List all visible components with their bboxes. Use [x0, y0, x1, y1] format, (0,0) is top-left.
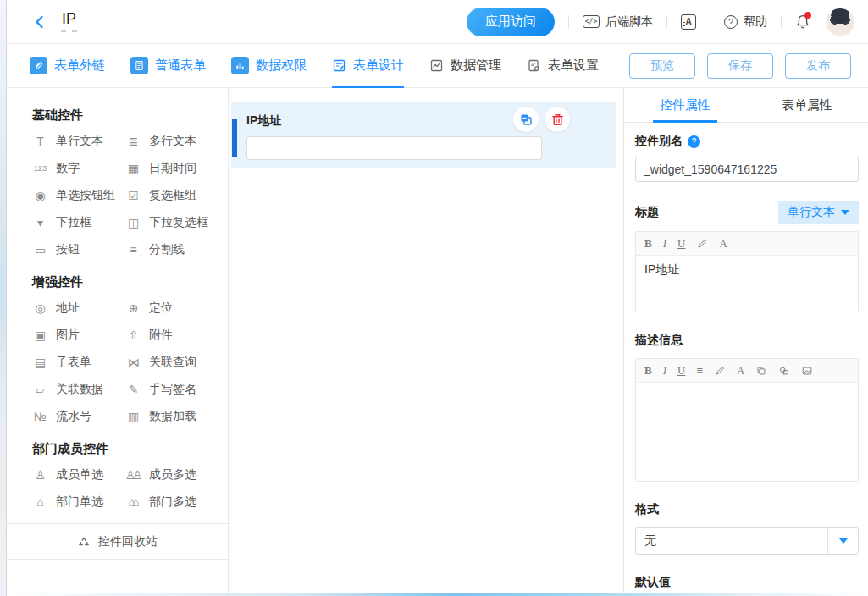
palette-item-data-load[interactable]: ▥数据加载: [125, 403, 228, 430]
description-label: 描述信息: [635, 333, 859, 348]
palette-item-label: 单行文本: [56, 134, 103, 149]
palette-item-dropdown[interactable]: ▾下拉框: [32, 209, 125, 236]
widget-alias-input[interactable]: [635, 157, 859, 182]
link-pen-icon[interactable]: [714, 365, 726, 377]
palette-item-multi-dropdown[interactable]: ◫下拉复选框: [125, 209, 228, 236]
alias-label: 控件别名: [635, 134, 683, 149]
tab-normal-form[interactable]: 普通表单: [130, 44, 206, 87]
insert-image-icon[interactable]: [801, 365, 813, 377]
palette-grid: ♙成员单选♙♙成员多选⌂部门单选⌂⌂部门多选: [32, 461, 228, 516]
main-area: 基础控件T单行文本≣多行文本123数字▦日期时间◉单选按钮组☑复选框组▾下拉框◫…: [7, 88, 868, 596]
multi-dept-icon: ⌂⌂: [125, 496, 141, 508]
palette-item-signature[interactable]: ✎手写签名: [125, 376, 228, 403]
tab-form-external-link[interactable]: 表单外链: [30, 44, 105, 87]
link-pen-icon[interactable]: [696, 238, 708, 250]
field-input[interactable]: [246, 136, 542, 160]
palette-item-multi-line-text[interactable]: ≣多行文本: [125, 128, 228, 155]
help-button[interactable]: ? 帮助: [724, 14, 767, 30]
divider: [666, 15, 667, 29]
bold-icon[interactable]: B: [644, 365, 652, 376]
linked-query-icon: ⋈: [125, 356, 141, 368]
form-canvas[interactable]: IP地址: [229, 88, 624, 596]
delete-field-button[interactable]: [545, 107, 570, 132]
font-color-icon[interactable]: A: [719, 238, 727, 249]
properties-tab-widget-props[interactable]: 控件属性: [624, 88, 746, 122]
desktop-background-strip: [0, 0, 7, 596]
notifications-button[interactable]: [795, 14, 810, 30]
palette-item-linked-data[interactable]: ▱关联数据: [32, 376, 125, 403]
palette-item-dept-multi[interactable]: ⌂⌂部门多选: [125, 488, 228, 516]
dept-icon: ⌂: [32, 496, 48, 508]
dropdown-icon: ▾: [32, 217, 48, 229]
underline-icon[interactable]: U: [677, 365, 685, 376]
palette-item-serial-number[interactable]: №流水号: [32, 403, 125, 430]
properties-panel: 控件属性表单属性 控件别名 ? 标题 单行文本 BIUA IP地址: [624, 88, 868, 596]
palette-item-dept-single[interactable]: ⌂部门单选: [32, 488, 125, 516]
multi-line-text-icon: ≣: [125, 135, 141, 147]
palette-item-radio-group[interactable]: ◉单选按钮组: [32, 182, 125, 209]
palette-item-image[interactable]: ▣图片: [32, 322, 125, 349]
form-tabbar: 表单外链普通表单数据权限表单设计数据管理表单设置 预览保存发布: [7, 44, 868, 88]
clone-icon[interactable]: [755, 365, 767, 377]
form-external-link-icon: [30, 57, 47, 74]
format-select[interactable]: 无: [635, 527, 859, 555]
image-icon: ▣: [32, 329, 48, 341]
signature-pen-icon: ✎: [125, 384, 141, 395]
palette-item-label: 部门多选: [149, 494, 196, 510]
palette-item-divider[interactable]: ≡分割线: [125, 236, 228, 263]
user-avatar[interactable]: [826, 8, 854, 36]
palette-item-member-single[interactable]: ♙成员单选: [32, 461, 125, 488]
publish-button[interactable]: 发布: [785, 53, 851, 79]
selected-field-card[interactable]: IP地址: [231, 102, 616, 168]
palette-item-member-multi[interactable]: ♙♙成员多选: [125, 461, 228, 488]
font-color-icon[interactable]: A: [737, 365, 744, 376]
palette-item-checkbox-group[interactable]: ☑复选框组: [125, 182, 228, 209]
tab-label: 表单设计: [353, 58, 404, 74]
data-permission-icon: [231, 57, 249, 74]
palette-item-label: 部门单选: [56, 494, 103, 510]
format-select-arrow[interactable]: [827, 528, 858, 554]
description-editor-content[interactable]: [636, 383, 858, 481]
palette-item-label: 定位: [149, 301, 173, 316]
title-type-dropdown[interactable]: 单行文本: [778, 201, 859, 224]
palette-item-number[interactable]: 123数字: [32, 155, 125, 182]
palette-item-subform[interactable]: ▤子表单: [32, 349, 125, 376]
title-editor-content[interactable]: IP地址: [636, 256, 858, 312]
properties-tab-form-props[interactable]: 表单属性: [746, 88, 868, 122]
palette-item-linked-query[interactable]: ⋈关联查询: [125, 349, 228, 376]
palette-item-datetime[interactable]: ▦日期时间: [125, 155, 228, 182]
shapes-icon[interactable]: [778, 365, 790, 377]
alias-help-icon[interactable]: ?: [688, 135, 700, 148]
tab-data-manage[interactable]: 数据管理: [429, 44, 501, 87]
palette-item-label: 下拉复选框: [149, 215, 208, 230]
calendar-icon: ▦: [125, 163, 141, 174]
tab-form-design[interactable]: 表单设计: [332, 44, 404, 87]
contacts-button[interactable]: A: [681, 14, 696, 30]
duplicate-field-button[interactable]: [513, 107, 539, 132]
save-button[interactable]: 保存: [707, 53, 773, 79]
underline-icon[interactable]: U: [677, 238, 685, 249]
form-settings-icon: [527, 58, 541, 73]
palette-item-attachment[interactable]: ⇧附件: [125, 322, 228, 349]
backend-script-button[interactable]: </> 后端脚本: [583, 14, 653, 30]
page-title[interactable]: IP: [61, 11, 77, 32]
widget-recycle-bin-button[interactable]: 控件回收站: [7, 523, 228, 560]
italic-icon[interactable]: I: [663, 238, 666, 249]
tab-data-permission[interactable]: 数据权限: [231, 44, 307, 87]
italic-icon[interactable]: I: [663, 365, 666, 376]
form-design-icon: [332, 58, 346, 73]
app-access-button[interactable]: 应用访问: [467, 8, 555, 36]
bold-icon[interactable]: B: [644, 238, 652, 249]
palette-item-address[interactable]: ◎地址: [32, 295, 125, 322]
align-icon[interactable]: ≡: [696, 365, 703, 376]
palette-item-button[interactable]: ▭按钮: [32, 236, 125, 263]
palette-item-single-line-text[interactable]: T单行文本: [32, 128, 125, 155]
back-button[interactable]: [32, 14, 47, 30]
subform-icon: ▤: [32, 356, 48, 368]
preview-button[interactable]: 预览: [629, 53, 695, 79]
palette-item-location[interactable]: ⊕定位: [125, 295, 228, 322]
multi-dropdown-icon: ◫: [125, 217, 141, 229]
description-editor: BIU≡A: [635, 358, 859, 482]
tab-form-settings[interactable]: 表单设置: [527, 44, 599, 87]
serial-number-icon: №: [32, 411, 48, 422]
